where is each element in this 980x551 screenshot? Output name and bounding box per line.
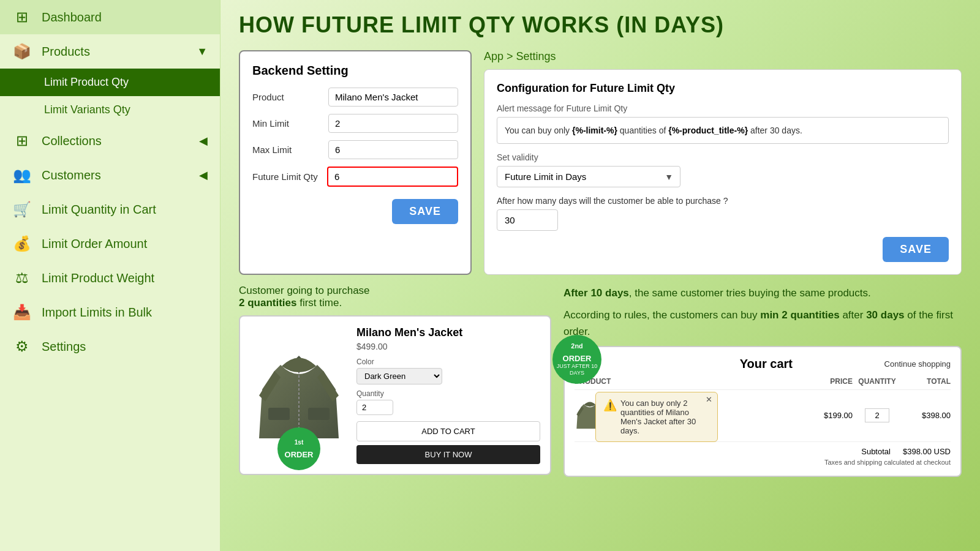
- top-row: Backend Setting Product Min Limit Max Li…: [239, 50, 962, 275]
- sidebar-item-settings[interactable]: ⚙ Settings: [0, 329, 220, 364]
- purchase-text-prefix: Customer going to purchase: [239, 285, 370, 296]
- days-question-label: After how many days will the customer be…: [497, 196, 949, 206]
- second-order-badge: 2nd ORDER JUST AFTER 10 DAYS: [552, 335, 601, 384]
- sidebar-item-import-limits-bulk[interactable]: 📥 Import Limits in Bulk: [0, 295, 220, 329]
- sidebar-item-collections[interactable]: ⊞ Collections ◀: [0, 124, 220, 158]
- buy-now-button[interactable]: BUY IT NOW: [356, 445, 540, 464]
- badge1-sup: 1st: [295, 439, 303, 449]
- collections-arrow-icon: ◀: [199, 134, 208, 148]
- sidebar-label-limit-variants-qty: Limit Variants Qty: [44, 103, 130, 116]
- cart-qty-input[interactable]: [865, 408, 889, 422]
- color-label: Color: [356, 358, 540, 366]
- sidebar: ⊞ Dashboard 📦 Products ▼ Limit Product Q…: [0, 0, 221, 551]
- badge2-sub: JUST AFTER 10 DAYS: [552, 363, 601, 377]
- cart-item-total: $398.00: [902, 411, 951, 420]
- subtotal-value: $398.00 USD: [903, 447, 951, 456]
- customers-arrow-icon: ◀: [199, 168, 208, 182]
- sidebar-item-limit-order-amount[interactable]: 💰 Limit Order Amount: [0, 227, 220, 261]
- alert-tag2: {%-product_title-%}: [668, 126, 748, 135]
- product-card-mockup: 1st ORDER Milano Men's Jacket $499.00 Co…: [239, 315, 551, 475]
- col-header-qty: QUANTITY: [853, 377, 902, 386]
- qty-input[interactable]: [356, 400, 393, 415]
- cart-item-price: $199.00: [804, 411, 853, 420]
- product-image-area: 1st ORDER: [250, 326, 348, 464]
- bottom-left: Customer going to purchase 2 quantities …: [239, 285, 551, 477]
- cart-header: Your cart Continue shopping: [575, 357, 951, 371]
- after-text-2: According to rules, the customers can bu…: [564, 307, 962, 340]
- badge2-label: ORDER: [563, 354, 592, 363]
- min-limit-input[interactable]: [328, 114, 458, 133]
- purchase-text-qty: 2 quantities: [239, 297, 296, 309]
- tooltip-text: You can buy only 2 quantities of Milano …: [620, 399, 710, 435]
- sidebar-item-limit-variants-qty[interactable]: Limit Variants Qty: [0, 96, 220, 124]
- alert-message-label: Alert message for Future Limit Qty: [497, 103, 949, 113]
- svg-rect-1: [268, 408, 290, 420]
- validity-select[interactable]: Future Limit in Days: [497, 166, 680, 187]
- sidebar-item-dashboard[interactable]: ⊞ Dashboard: [0, 0, 220, 34]
- badge2-sup: 2nd: [571, 342, 582, 353]
- sidebar-label-products: Products: [42, 45, 90, 59]
- purchase-text-suffix: first time.: [300, 297, 342, 309]
- alert-text-prefix: You can buy only: [505, 126, 572, 135]
- cart-item-qty-box: [853, 408, 902, 422]
- limit-product-weight-icon: ⚖: [12, 269, 32, 287]
- after2-bold1: min 2 quantities: [760, 309, 839, 321]
- sidebar-item-limit-product-qty[interactable]: Limit Product Qty: [0, 69, 220, 96]
- continue-shopping-link[interactable]: Continue shopping: [884, 359, 951, 369]
- future-limit-input[interactable]: [327, 167, 458, 187]
- cart-column-headers: PRODUCT PRICE QUANTITY TOTAL: [575, 377, 951, 390]
- config-save-button[interactable]: SAVE: [883, 237, 949, 262]
- add-to-cart-button[interactable]: ADD TO CART: [356, 421, 540, 441]
- main-content: HOW FUTURE LIMIT QTY WORKS (IN DAYS) Bac…: [221, 0, 980, 551]
- max-limit-input[interactable]: [328, 140, 458, 159]
- color-select[interactable]: Dark Green: [356, 368, 442, 384]
- collections-icon: ⊞: [12, 132, 32, 149]
- product-input[interactable]: [328, 88, 458, 107]
- sidebar-item-products[interactable]: 📦 Products ▼: [0, 34, 220, 69]
- customers-icon: 👥: [12, 167, 32, 184]
- after2-prefix: According to rules, the customers can bu…: [564, 309, 760, 321]
- sidebar-item-customers[interactable]: 👥 Customers ◀: [0, 158, 220, 192]
- qty-label: Quantity: [356, 389, 540, 398]
- product-label: Product: [252, 92, 322, 102]
- min-limit-label: Min Limit: [252, 118, 322, 129]
- sidebar-label-limit-product-qty: Limit Product Qty: [44, 76, 129, 89]
- products-arrow-icon: ▼: [197, 45, 208, 58]
- min-limit-field-row: Min Limit: [252, 114, 458, 133]
- sidebar-label-customers: Customers: [42, 168, 101, 182]
- tooltip-close-icon[interactable]: ✕: [706, 395, 712, 404]
- sidebar-label-dashboard: Dashboard: [42, 10, 102, 24]
- limit-order-amount-icon: 💰: [12, 235, 32, 252]
- dashboard-icon: ⊞: [12, 9, 32, 26]
- breadcrumb: App > Settings: [484, 50, 962, 63]
- save-row: SAVE: [252, 194, 458, 224]
- backend-panel: Backend Setting Product Min Limit Max Li…: [239, 50, 472, 275]
- days-input[interactable]: [497, 209, 558, 231]
- config-area: App > Settings Configuration for Future …: [484, 50, 962, 275]
- sidebar-item-limit-qty-cart[interactable]: 🛒 Limit Quantity in Cart: [0, 192, 220, 227]
- cart-subtotal-row: Subtotal $398.00 USD: [575, 441, 951, 456]
- cart-taxes-text: Taxes and shipping calculated at checkou…: [575, 459, 951, 466]
- svg-rect-2: [308, 408, 330, 420]
- cart-title: Your cart: [648, 357, 884, 371]
- product-details: Milano Men's Jacket $499.00 Color Dark G…: [356, 326, 540, 464]
- col-header-price: PRICE: [804, 377, 853, 386]
- sidebar-item-limit-product-weight[interactable]: ⚖ Limit Product Weight: [0, 261, 220, 295]
- backend-save-button[interactable]: SAVE: [392, 199, 458, 224]
- config-save-row: SAVE: [497, 237, 949, 262]
- settings-icon: ⚙: [12, 338, 32, 355]
- purchase-description: Customer going to purchase 2 quantities …: [239, 285, 551, 309]
- config-panel: Configuration for Future Limit Qty Alert…: [484, 69, 962, 275]
- cart-mockup: 2nd ORDER JUST AFTER 10 DAYS Your cart C…: [564, 346, 962, 477]
- col-header-product: PRODUCT: [575, 377, 804, 386]
- after-bold: 10 days: [590, 287, 628, 299]
- alert-message-box: You can buy only {%-limit-%} quantities …: [497, 117, 949, 144]
- limit-qty-cart-icon: 🛒: [12, 201, 32, 218]
- max-limit-label: Max Limit: [252, 144, 322, 155]
- after2-mid: after: [840, 309, 866, 321]
- after2-bold2: 30 days: [866, 309, 904, 321]
- alert-text-suffix: after 30 days.: [748, 126, 802, 135]
- config-panel-heading: Configuration for Future Limit Qty: [497, 82, 949, 95]
- subtotal-label: Subtotal: [861, 447, 891, 456]
- after-prefix: After: [564, 287, 590, 299]
